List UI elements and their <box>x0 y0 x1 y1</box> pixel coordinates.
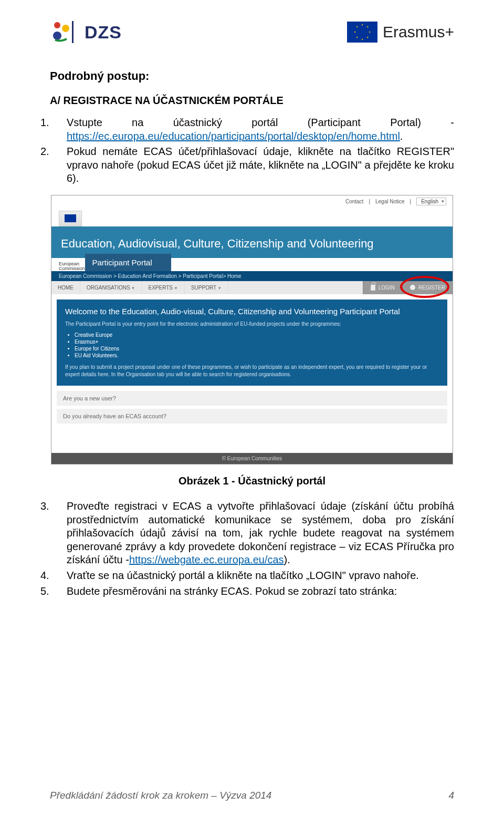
shot-menu-support[interactable]: SUPPORT▼ <box>185 281 228 294</box>
ec-flag-icon <box>59 211 82 226</box>
steps-top-list: 1.Vstupte na účastnický portál (Particip… <box>50 116 454 185</box>
dzs-text: DZS <box>85 22 122 43</box>
footer-left: Předkládání žádostí krok za krokem – Výz… <box>50 790 271 801</box>
shot-title-band: Education, Audiovisual, Culture, Citizen… <box>51 226 453 258</box>
shot-menu-organisations[interactable]: ORGANISATIONS▼ <box>80 281 142 294</box>
user-icon <box>410 285 415 290</box>
shot-login-button[interactable]: LOGIN <box>363 281 402 294</box>
step-1: 1.Vstupte na účastnický portál (Particip… <box>67 116 454 143</box>
shot-hero-foot: If you plan to submit a project proposal… <box>65 364 439 378</box>
shot-lang-select[interactable]: English <box>416 198 446 205</box>
shot-row-newuser[interactable]: Are you a new user? <box>57 391 447 406</box>
shot-ec-label: EuropeanCommission <box>51 262 85 271</box>
step-5: 5.Budete přesměrováni na stránky ECAS. P… <box>67 585 454 598</box>
shot-row-ecas[interactable]: Do you already have an ECAS account? <box>57 409 447 424</box>
page-header: DZS Erasmus+ <box>50 21 454 43</box>
shot-register-button[interactable]: REGISTER <box>402 281 453 294</box>
shot-menubar: HOME ORGANISATIONS▼ EXPERTS▼ SUPPORT▼ LO… <box>51 281 453 294</box>
step-2: 2.Pokud nemáte ECAS účet/přihlašovací úd… <box>67 145 454 185</box>
svg-point-1 <box>62 25 69 32</box>
dzs-logo: DZS <box>50 21 122 43</box>
shot-breadcrumb: European Commission > Education And Form… <box>51 271 453 281</box>
shot-ec-logo <box>51 208 453 226</box>
participant-portal-link[interactable]: https://ec.europa.eu/education/participa… <box>67 130 400 142</box>
shot-hero-list: Creative Europe Erasmus+ Europe for Citi… <box>65 332 439 358</box>
svg-point-0 <box>54 22 60 28</box>
shot-subtitle: Participant Portal <box>85 254 171 271</box>
shot-menu-experts[interactable]: EXPERTS▼ <box>142 281 185 294</box>
shot-menu-home[interactable]: HOME <box>51 281 80 294</box>
step-3: 3.Proveďte registraci v ECAS a vytvořte … <box>67 500 454 567</box>
shot-hero: Welcome to the Education, Audio-visual, … <box>57 299 447 386</box>
step-4: 4.Vraťte se na účastnický portál a klikn… <box>67 569 454 583</box>
erasmus-text: Erasmus+ <box>383 23 454 41</box>
shot-hero-sub: The Participant Portal is your entry poi… <box>65 321 439 327</box>
shot-contact-link[interactable]: Contact <box>345 199 363 204</box>
section-a-heading: A/ REGISTRACE NA ÚČASTNICKÉM PORTÁLE <box>50 95 454 107</box>
figure-1-caption: Obrázek 1 - Účastnický portál <box>50 475 454 487</box>
dzs-badge-icon <box>50 21 72 43</box>
shot-legal-link[interactable]: Legal Notice <box>375 199 405 204</box>
figure-1-wrap: Contact | Legal Notice | English Educati… <box>50 195 454 464</box>
eu-flag-icon <box>347 22 377 43</box>
svg-point-2 <box>53 32 61 40</box>
page-title: Podrobný postup: <box>50 69 454 83</box>
shot-topbar: Contact | Legal Notice | English <box>51 195 453 208</box>
lock-icon <box>371 285 375 291</box>
erasmus-logo: Erasmus+ <box>347 22 454 43</box>
shot-hero-title: Welcome to the Education, Audio-visual, … <box>65 307 439 316</box>
ecas-link[interactable]: https://webgate.ec.europa.eu/cas <box>129 554 284 565</box>
shot-footer: © European Communities <box>51 453 453 464</box>
steps-bottom-list: 3.Proveďte registraci v ECAS a vytvořte … <box>50 500 454 598</box>
participant-portal-screenshot: Contact | Legal Notice | English Educati… <box>51 195 453 464</box>
footer-page-number: 4 <box>448 790 454 801</box>
page-footer: Předkládání žádostí krok za krokem – Výz… <box>50 790 454 801</box>
